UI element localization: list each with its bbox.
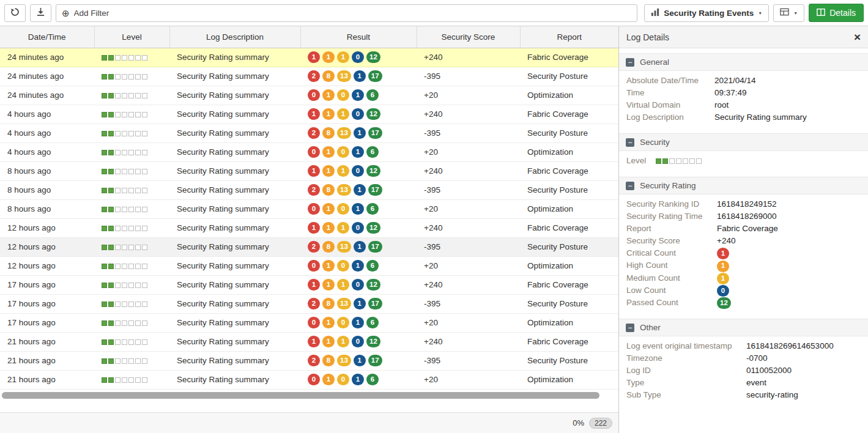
column-header-datetime[interactable]: Date/Time (0, 26, 94, 48)
table-row[interactable]: 24 minutes ago Security Rating summary 1… (0, 48, 618, 67)
table-row[interactable]: 21 hours ago Security Rating summary 111… (0, 332, 618, 351)
table-row[interactable]: 4 hours ago Security Rating summary 2813… (0, 124, 618, 142)
table-row[interactable]: 17 hours ago Security Rating summary 010… (0, 313, 618, 332)
cell-datetime: 24 minutes ago (0, 48, 94, 67)
refresh-button[interactable] (4, 4, 26, 22)
details-section: − Security Rating Security Ranking ID 16… (619, 177, 868, 314)
column-header-security-score[interactable]: Security Score (417, 26, 520, 48)
collapse-icon[interactable]: − (626, 58, 634, 67)
details-section: − General Absolute Date/Time 2021/04/14 … (619, 53, 868, 128)
level-segment-empty (135, 207, 141, 212)
cell-score: +20 (417, 313, 520, 332)
cell-description: Security Rating summary (169, 142, 300, 161)
log-view-selector[interactable]: Security Rating Events ▼ (644, 4, 769, 22)
level-segment-empty (122, 112, 127, 117)
level-segment-empty (115, 131, 121, 136)
cell-level (94, 256, 169, 275)
field-label: High Count (626, 259, 717, 272)
log-details-title: Log Details (626, 32, 669, 42)
low-count-badge: 0 (352, 165, 364, 177)
cell-report: Fabric Coverage (520, 218, 618, 237)
table-row[interactable]: 24 minutes ago Security Rating summary 0… (0, 86, 618, 105)
cell-level (94, 86, 169, 105)
passed-count-badge: 12 (366, 279, 380, 291)
column-header-report[interactable]: Report (520, 26, 618, 48)
medium-count-badge: 0 (337, 260, 349, 272)
table-row[interactable]: 17 hours ago Security Rating summary 111… (0, 275, 618, 294)
table-row[interactable]: 17 hours ago Security Rating summary 281… (0, 294, 618, 313)
level-segment-filled (108, 245, 114, 250)
level-segment-filled (102, 150, 107, 155)
details-section: − Security Level (619, 133, 868, 172)
details-section-header[interactable]: − Other (619, 319, 868, 336)
cell-description: Security Rating summary (169, 48, 300, 67)
details-section-header[interactable]: − General (619, 53, 868, 71)
load-progress: 0% (573, 418, 584, 427)
cell-level (94, 142, 169, 161)
critical-count-badge: 0 (308, 317, 320, 328)
collapse-icon[interactable]: − (626, 324, 634, 332)
table-row[interactable]: 8 hours ago Security Rating summary 1110… (0, 161, 618, 180)
low-count-badge: 0 (352, 108, 364, 120)
critical-count-badge: 1 (308, 222, 320, 234)
table-row[interactable]: 12 hours ago Security Rating summary 111… (0, 218, 618, 237)
level-segment-empty (128, 264, 134, 269)
critical-count-badge: 2 (308, 127, 320, 139)
log-details-sections: − General Absolute Date/Time 2021/04/14 … (619, 53, 868, 406)
level-segment-filled (108, 302, 114, 307)
filter-input[interactable] (74, 9, 632, 18)
table-row[interactable]: 12 hours ago Security Rating summary 281… (0, 237, 618, 256)
level-bar (102, 377, 147, 383)
level-segment-empty (128, 358, 134, 364)
field-value: 09:37:49 (714, 87, 861, 99)
level-segment-empty (135, 358, 141, 364)
table-row[interactable]: 4 hours ago Security Rating summary 0101… (0, 142, 618, 161)
column-header-log-description[interactable]: Log Description (169, 26, 300, 48)
cell-level (94, 124, 169, 142)
level-segment-empty (115, 93, 121, 98)
column-header-result[interactable]: Result (300, 26, 417, 48)
cell-score: +20 (417, 256, 520, 275)
column-header-level[interactable]: Level (94, 26, 169, 48)
table-row[interactable]: 8 hours ago Security Rating summary 0101… (0, 199, 618, 218)
table-row[interactable]: 21 hours ago Security Rating summary 281… (0, 351, 618, 370)
cell-level (94, 199, 169, 218)
table-row[interactable]: 4 hours ago Security Rating summary 1110… (0, 105, 618, 124)
details-toggle-button[interactable]: Details (809, 4, 864, 22)
table-row[interactable]: 21 hours ago Security Rating summary 010… (0, 370, 618, 389)
level-segment-empty (128, 131, 134, 136)
level-segment-filled (102, 302, 107, 307)
close-icon[interactable]: × (854, 31, 861, 43)
level-segment-empty (142, 93, 147, 98)
details-section-header[interactable]: − Security (619, 133, 868, 151)
detail-field: Level (626, 155, 861, 167)
cell-description: Security Rating summary (169, 161, 300, 180)
details-section-header[interactable]: − Security Rating (619, 177, 868, 194)
horizontal-scrollbar-thumb[interactable] (2, 392, 599, 399)
cell-description: Security Rating summary (169, 256, 300, 275)
medium-count-badge: 0 (337, 317, 349, 328)
cell-datetime: 8 hours ago (0, 161, 94, 180)
low-count-badge: 0 (352, 279, 364, 291)
level-segment-filled (108, 320, 114, 326)
log-table-body: 24 minutes ago Security Rating summary 1… (0, 48, 618, 389)
level-bar (102, 55, 147, 61)
medium-count-badge: 1 (337, 51, 349, 63)
medium-count-badge: 1 (337, 108, 349, 120)
level-segment-filled (108, 207, 114, 212)
detail-field: Absolute Date/Time 2021/04/14 (626, 75, 861, 87)
level-segment-filled (102, 245, 107, 250)
table-row[interactable]: 24 minutes ago Security Rating summary 2… (0, 67, 618, 86)
high-count-badge: 1 (322, 336, 335, 347)
filter-bar[interactable]: ⊕ (56, 4, 637, 22)
collapse-icon[interactable]: − (626, 182, 634, 190)
display-options-dropdown[interactable]: ▼ (773, 4, 804, 22)
table-row[interactable]: 12 hours ago Security Rating summary 010… (0, 256, 618, 275)
chevron-down-icon: ▼ (793, 11, 798, 15)
cell-description: Security Rating summary (169, 180, 300, 199)
level-bar (102, 188, 147, 193)
download-button[interactable] (30, 4, 51, 22)
collapse-icon[interactable]: − (626, 138, 634, 147)
level-segment-empty (122, 320, 127, 326)
table-row[interactable]: 8 hours ago Security Rating summary 2813… (0, 180, 618, 199)
